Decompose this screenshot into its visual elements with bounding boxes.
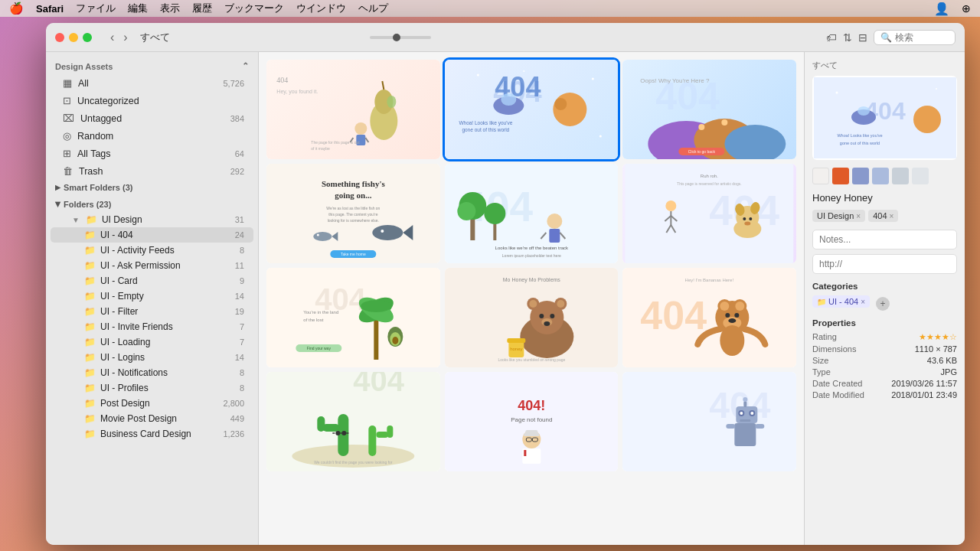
right-panel: すべて 404 Whoa! Looks like you've gone out… bbox=[804, 52, 965, 545]
prop-date-created: Date Created 2019/03/26 11:57 bbox=[812, 379, 957, 388]
minimize-button[interactable] bbox=[69, 33, 78, 42]
filter-label: すべて bbox=[140, 31, 170, 44]
breadcrumb: すべて bbox=[812, 60, 957, 71]
notes-input[interactable] bbox=[812, 230, 957, 249]
forward-button[interactable]: › bbox=[120, 29, 130, 46]
tag-ui-design[interactable]: UI Design × bbox=[812, 210, 865, 222]
titlebar-actions: 🏷 ⇅ ⊟ 🔍 bbox=[826, 30, 956, 45]
airdrop-icon[interactable]: ⊕ bbox=[962, 2, 971, 15]
svg-point-6 bbox=[354, 122, 367, 135]
menu-bookmarks[interactable]: ブックマーク bbox=[224, 2, 284, 15]
tag-icon[interactable]: 🏷 bbox=[826, 31, 837, 44]
folder-movie-post[interactable]: ▶ 📁 Movie Post Design 449 bbox=[51, 411, 253, 426]
user-icon[interactable]: 👤 bbox=[934, 2, 949, 16]
sidebar-item-uncategorized[interactable]: ⊡ Uncategorized bbox=[51, 92, 253, 109]
untagged-icon: ⌧ bbox=[63, 112, 74, 124]
tag-remove-404[interactable]: × bbox=[890, 212, 894, 220]
grid-item[interactable]: 404 We couldn't find the page you were l… bbox=[266, 372, 440, 471]
folder-business-card[interactable]: ▶ 📁 Business Card Design 1,236 bbox=[51, 426, 253, 442]
swatch-5[interactable] bbox=[892, 168, 909, 184]
menu-file[interactable]: ファイル bbox=[76, 2, 116, 15]
swatch-3[interactable] bbox=[852, 168, 869, 184]
sidebar-item-ui-ask[interactable]: 📁 UI - Ask Permission 11 bbox=[51, 258, 253, 273]
sidebar-item-trash[interactable]: 🗑 Trash 292 bbox=[51, 162, 253, 180]
sidebar-item-ui-logins[interactable]: 📁 UI - Logins 14 bbox=[51, 350, 253, 365]
sidebar-item-ui-activity[interactable]: 📁 UI - Activity Feeds 8 bbox=[51, 243, 253, 258]
svg-text:honey: honey bbox=[510, 347, 522, 351]
sort-icon[interactable]: ⇅ bbox=[843, 31, 852, 44]
menu-edit[interactable]: 編集 bbox=[128, 2, 148, 15]
category-remove[interactable]: × bbox=[861, 298, 865, 306]
svg-point-22 bbox=[599, 135, 601, 138]
swatch-1[interactable] bbox=[812, 168, 829, 184]
tag-404[interactable]: 404 × bbox=[868, 210, 898, 222]
sidebar-item-ui-profiles[interactable]: 📁 UI - Profiles 8 bbox=[51, 380, 253, 396]
sidebar-item-all-tags[interactable]: ⊞ All Tags 64 bbox=[51, 145, 253, 162]
grid-item[interactable]: 404 Looks like we're bbox=[445, 164, 619, 263]
rating-stars[interactable]: ★★★★☆ bbox=[919, 332, 957, 342]
menu-help[interactable]: ヘルプ bbox=[358, 2, 388, 15]
svg-rect-141 bbox=[524, 450, 526, 456]
svg-text:Hey, you found it.: Hey, you found it. bbox=[276, 89, 318, 95]
back-button[interactable]: ‹ bbox=[107, 29, 117, 46]
sidebar-item-ui-loading[interactable]: 📁 UI - Loading 7 bbox=[51, 334, 253, 350]
grid-item[interactable]: Oops! Why You're Here ? 404 Click to bbox=[622, 60, 796, 159]
zoom-slider[interactable] bbox=[370, 36, 431, 39]
sidebar-item-random[interactable]: ◎ Random bbox=[51, 127, 253, 145]
grid-item[interactable]: 404! Page not found bbox=[445, 372, 619, 471]
svg-rect-149 bbox=[744, 401, 747, 407]
subfolder-icon: 📁 bbox=[84, 383, 96, 393]
preview-image: 404 Whoa! Looks like you've gone out of … bbox=[812, 76, 957, 160]
svg-point-42 bbox=[381, 230, 384, 233]
traffic-lights bbox=[55, 33, 92, 42]
grid-item[interactable]: Something fishy's going on... We're as l… bbox=[266, 164, 440, 263]
close-button[interactable] bbox=[55, 33, 64, 42]
menu-safari[interactable]: Safari bbox=[36, 3, 64, 15]
category-tag-ui-404[interactable]: 📁 UI - 404 × bbox=[812, 295, 870, 308]
navigation-buttons: ‹ › bbox=[107, 29, 131, 46]
svg-point-86 bbox=[392, 337, 398, 344]
menu-view[interactable]: 表示 bbox=[160, 2, 180, 15]
category-add-button[interactable]: + bbox=[876, 297, 890, 311]
svg-rect-103 bbox=[507, 338, 525, 343]
sidebar-item-ui-empty[interactable]: 📁 UI - Empty 14 bbox=[51, 289, 253, 304]
sidebar-item-ui-invite[interactable]: 📁 UI - Invite Friends 7 bbox=[51, 319, 253, 334]
grid-item[interactable]: 404 bbox=[622, 372, 796, 471]
design-assets-header: Design Assets ⌃ bbox=[46, 58, 258, 74]
sidebar-item-ui-404[interactable]: 📁 UI - 404 24 bbox=[51, 227, 253, 243]
folder-ui-design[interactable]: ▼ 📁 UI Design 31 bbox=[51, 212, 253, 227]
svg-point-115 bbox=[735, 313, 740, 318]
menu-window[interactable]: ウインドウ bbox=[296, 2, 346, 15]
grid-item[interactable]: Mo Honey Mo Problems bbox=[445, 268, 619, 367]
grid-item[interactable]: 404 Hey, you found it. bbox=[266, 60, 440, 159]
subfolder-icon: 📁 bbox=[84, 306, 96, 317]
search-input[interactable] bbox=[895, 32, 949, 43]
sidebar-item-untagged[interactable]: ⌧ Untagged 384 bbox=[51, 109, 253, 127]
grid-item[interactable]: 404 You're in the land of the lost bbox=[266, 268, 440, 367]
svg-point-5 bbox=[387, 96, 396, 108]
maximize-button[interactable] bbox=[83, 33, 92, 42]
tag-remove-ui-design[interactable]: × bbox=[856, 212, 861, 220]
grid-item[interactable]: Hey! I'm Bananas Here! 404 bbox=[622, 268, 796, 367]
apple-icon: 🍎 bbox=[9, 2, 24, 15]
folders-header[interactable]: ▶ Folders (23) bbox=[46, 197, 258, 212]
filter-icon[interactable]: ⊟ bbox=[858, 31, 867, 44]
url-input[interactable] bbox=[812, 254, 957, 274]
sidebar-item-ui-notifications[interactable]: 📁 UI - Notifications 8 bbox=[51, 365, 253, 380]
sidebar-item-all[interactable]: ▦ All 5,726 bbox=[51, 74, 253, 92]
search-box[interactable]: 🔍 bbox=[874, 30, 956, 45]
svg-point-55 bbox=[547, 214, 562, 229]
swatch-2[interactable] bbox=[832, 168, 849, 184]
grid-item[interactable]: Ruh roh. This page is reserved for artis… bbox=[622, 164, 796, 263]
grid-item[interactable]: 404 404 bbox=[445, 60, 619, 159]
folder-post-design[interactable]: ▶ 📁 Post Design 2,800 bbox=[51, 396, 253, 411]
sort-assets-icon[interactable]: ⌃ bbox=[242, 61, 249, 71]
sidebar-item-ui-filter[interactable]: 📁 UI - Filter 19 bbox=[51, 304, 253, 319]
sidebar-item-ui-card[interactable]: 📁 UI - Card 9 bbox=[51, 273, 253, 289]
subfolder-icon: 📁 bbox=[84, 352, 96, 363]
swatch-4[interactable] bbox=[872, 168, 889, 184]
smart-folders-header[interactable]: ▶ Smart Folders (3) bbox=[46, 180, 258, 195]
swatch-6[interactable] bbox=[912, 168, 929, 184]
svg-text:looking for is somewhere else.: looking for is somewhere else. bbox=[328, 218, 379, 223]
menu-history[interactable]: 履歴 bbox=[192, 2, 212, 15]
